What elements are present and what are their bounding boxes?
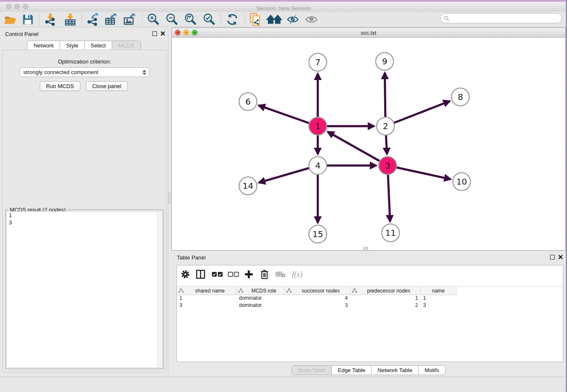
- select-all-columns-button[interactable]: [212, 268, 223, 280]
- splitter-grip[interactable]: [168, 193, 171, 204]
- cell-name[interactable]: 3: [421, 302, 457, 309]
- zoom-selected-button[interactable]: [201, 13, 217, 26]
- network-window-titlebar: × − + scc.txt: [172, 28, 565, 38]
- control-panel-title: Control Panel: [5, 31, 39, 37]
- table-panel-tabs: Node TableEdge TableNetwork TableMotifs: [171, 365, 566, 375]
- cell-shared-name[interactable]: 1: [177, 295, 237, 302]
- column-header-successor-nodes[interactable]: successor nodes: [285, 287, 350, 295]
- close-panel-button[interactable]: Close panel: [86, 81, 128, 91]
- toolbar-separator: [142, 13, 143, 25]
- control-panel-close-button[interactable]: ✕: [160, 31, 165, 36]
- mcds-result-line: 3: [7, 219, 162, 226]
- cell-predecessor-nodes[interactable]: 1: [350, 295, 421, 302]
- run-mcds-button[interactable]: Run MCDS: [40, 81, 80, 91]
- home-icon: [266, 14, 282, 25]
- table-rows: 1dominator4113dominator323: [177, 295, 563, 309]
- selected-criterion: strongly connected component: [23, 69, 143, 75]
- mcds-panel: Optimization criterion: strongly connect…: [2, 50, 167, 372]
- toolbar-separator: [220, 13, 221, 25]
- zoom-fit-button[interactable]: [182, 13, 199, 26]
- import-network-icon: [44, 13, 57, 26]
- node-label-3: 3: [385, 160, 391, 171]
- cell-shared-name[interactable]: 3: [177, 302, 237, 309]
- mcds-result-lines: 13: [7, 212, 162, 226]
- edge-2-8[interactable]: [385, 101, 450, 126]
- table-tab-node-table[interactable]: Node Table: [292, 366, 332, 375]
- cell-predecessor-nodes[interactable]: 2: [350, 302, 421, 309]
- node-label-2: 2: [383, 121, 388, 131]
- search-field[interactable]: [440, 13, 562, 23]
- export-table-button[interactable]: [102, 13, 119, 26]
- zoom-out-button[interactable]: [163, 13, 180, 26]
- home-button[interactable]: [266, 13, 283, 26]
- unchecked-boxes-icon: [228, 271, 239, 278]
- network-canvas[interactable]: 1234678910111415: [172, 38, 565, 250]
- node-label-10: 10: [456, 177, 467, 187]
- canvas-scroll-handle[interactable]: [363, 247, 368, 251]
- export-image-button[interactable]: [121, 13, 138, 26]
- optimization-criterion-select[interactable]: strongly connected component: [19, 67, 150, 77]
- table-tab-motifs[interactable]: Motifs: [418, 366, 445, 375]
- tab-style[interactable]: Style: [60, 41, 84, 50]
- table-panel-float-button[interactable]: [550, 255, 555, 259]
- delete-column-button[interactable]: [260, 268, 269, 280]
- table-row[interactable]: 3dominator323: [177, 302, 563, 309]
- table-tab-edge-table[interactable]: Edge Table: [331, 366, 371, 375]
- create-column-button[interactable]: [244, 268, 254, 280]
- table-tab-group: Node TableEdge TableNetwork TableMotifs: [292, 365, 446, 375]
- network-from-file-button[interactable]: [248, 13, 264, 26]
- status-bar: Memory: [0, 377, 567, 392]
- tab-select[interactable]: Select: [84, 41, 112, 50]
- tab-network[interactable]: Network: [28, 41, 60, 50]
- export-network-button[interactable]: [84, 13, 101, 26]
- deselect-all-columns-button[interactable]: [228, 268, 239, 280]
- columns-icon: [195, 269, 206, 279]
- save-session-button[interactable]: [19, 13, 36, 26]
- column-header-label: successor nodes: [292, 288, 350, 294]
- column-header-name[interactable]: name: [421, 287, 457, 295]
- edge-3-1[interactable]: [328, 132, 388, 166]
- optimization-criterion-label: Optimization criterion:: [3, 58, 166, 65]
- eye-slash-icon: [286, 14, 300, 25]
- tab-mcds[interactable]: MCDS: [112, 41, 140, 50]
- control-panel-float-button[interactable]: [152, 31, 157, 36]
- delete-table-button[interactable]: [275, 268, 286, 280]
- search-input[interactable]: [451, 15, 561, 22]
- show-view-button[interactable]: [303, 13, 320, 26]
- hide-panels-button[interactable]: [284, 13, 301, 26]
- import-network-button[interactable]: [42, 13, 59, 26]
- function-builder-button[interactable]: f(x): [292, 268, 303, 280]
- cell-successor-nodes[interactable]: 4: [285, 295, 350, 302]
- column-header-shared-name[interactable]: shared name: [177, 287, 237, 295]
- edge-3-10[interactable]: [388, 166, 451, 179]
- refresh-button[interactable]: [224, 13, 241, 26]
- network-view-window: × − + scc.txt 1234678910111415: [171, 28, 566, 251]
- cell-mcds-role[interactable]: dominator: [237, 302, 285, 309]
- column-header-predecessor-nodes[interactable]: predecessor nodes: [350, 287, 421, 295]
- result-scrollbar[interactable]: [157, 212, 162, 367]
- zoom-in-icon: [146, 13, 160, 26]
- zoom-in-button[interactable]: [145, 13, 162, 26]
- column-tree-icon: [286, 288, 292, 293]
- table-panel-header: Table Panel ✕: [171, 253, 566, 262]
- control-panel-tabs: NetworkStyleSelectMCDS: [0, 41, 168, 50]
- table-panel-close-button[interactable]: ✕: [558, 255, 563, 259]
- network-graph: 1234678910111415: [172, 38, 565, 250]
- open-folder-icon: [4, 14, 17, 25]
- open-file-button[interactable]: [2, 13, 19, 26]
- cell-successor-nodes[interactable]: 3: [285, 302, 350, 309]
- node-label-14: 14: [242, 181, 253, 191]
- table-tab-network-table[interactable]: Network Table: [371, 366, 418, 375]
- import-table-button[interactable]: [62, 13, 79, 26]
- mcds-result-textarea[interactable]: 13: [6, 211, 162, 368]
- cell-name[interactable]: 1: [421, 295, 457, 302]
- table-row[interactable]: 1dominator411: [177, 295, 563, 302]
- mcds-result-line: 1: [7, 212, 162, 219]
- column-header-mcds-role[interactable]: MCDS role: [237, 287, 285, 295]
- cell-mcds-role[interactable]: dominator: [237, 295, 285, 302]
- export-network-icon: [86, 13, 99, 26]
- show-columns-button[interactable]: [195, 268, 206, 280]
- table-settings-button[interactable]: [180, 268, 190, 280]
- refresh-icon: [226, 13, 239, 26]
- column-header-label: predecessor nodes: [357, 288, 420, 294]
